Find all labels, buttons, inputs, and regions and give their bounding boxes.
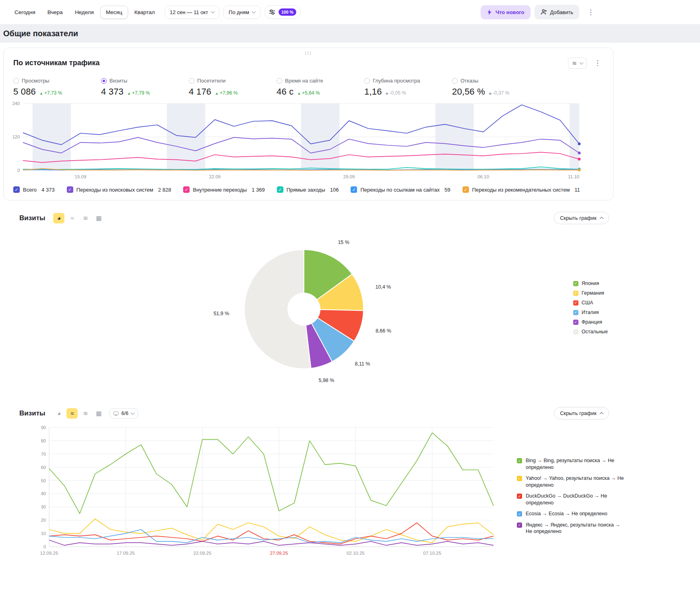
chart-type-pie-button[interactable]: ◕ <box>53 408 64 419</box>
chart-type-columns-button[interactable]: ▦ <box>93 408 104 419</box>
toolbar-menu-button[interactable]: ⋮ <box>583 6 598 19</box>
drag-handle-icon[interactable] <box>304 51 312 55</box>
chart-type-stacked-button[interactable]: ≋ <box>80 213 91 223</box>
metric-views[interactable]: Просмотры 5 086 ▲+7,73 % <box>13 78 101 97</box>
hide-chart-button[interactable]: Скрыть график <box>554 212 609 224</box>
series-legend-item-ecosia[interactable]: ✓ Ecosia → Ecosia → Не определено <box>517 510 634 517</box>
checkbox-icon: ✓ <box>183 186 190 193</box>
page-title: Общие показатели <box>3 29 78 38</box>
metric-delta: +5,64 % <box>302 90 320 96</box>
svg-text:06.10: 06.10 <box>477 174 489 179</box>
checkbox-icon: ✓ <box>463 186 469 193</box>
legend-value: 2 828 <box>158 187 171 193</box>
metric-value: 1,16 <box>364 87 382 97</box>
radio-icon <box>364 78 370 84</box>
svg-text:30: 30 <box>41 504 46 509</box>
legend-label: США <box>582 300 593 306</box>
svg-text:50: 50 <box>41 478 46 483</box>
traffic-sources-chart[interactable]: 012024015.0922.0929.0906.1011.10 <box>7 100 610 181</box>
legend-label: Yahoo! → Yahoo, результаты поиска → Не о… <box>526 475 627 488</box>
legend-item-direct[interactable]: ✓ Прямые заходы 106 <box>277 186 339 193</box>
legend-label: Франция <box>582 319 602 325</box>
legend-label: Прямые заходы <box>287 187 325 193</box>
metric-delta: -0,05 % <box>390 90 406 96</box>
chevron-down-icon <box>211 10 215 14</box>
svg-text:10: 10 <box>41 531 46 536</box>
chart-type-line-button[interactable]: ≈ <box>66 213 78 223</box>
granularity-value: По дням <box>229 9 249 15</box>
metric-time-on-site[interactable]: Время на сайте 46 с ▲+5,64 % <box>277 78 364 97</box>
whats-new-button[interactable]: Что нового <box>481 5 531 19</box>
svg-text:11.10: 11.10 <box>568 174 579 179</box>
pie-legend-item-germany[interactable]: ✓ Германия <box>573 290 608 296</box>
period-today-button[interactable]: Сегодня <box>9 6 41 19</box>
lightning-icon <box>487 9 492 15</box>
metric-depth[interactable]: Глубина просмотра 1,16 ◆-0,05 % <box>364 78 452 97</box>
period-yesterday-button[interactable]: Вчера <box>42 6 68 19</box>
chevron-down-icon <box>252 10 256 14</box>
pie-legend-item-others[interactable]: ✓ Остальные <box>573 329 608 335</box>
page-title-strip: Общие показатели <box>0 24 700 43</box>
visits-by-source-chart[interactable]: 010203040506070809012.09.2517.09.2522.09… <box>35 424 498 557</box>
legend-value: 1 369 <box>252 187 265 193</box>
chart-type-line-button[interactable]: ≈ <box>66 408 78 419</box>
checkbox-icon: ✓ <box>573 281 578 286</box>
metric-value: 4 373 <box>101 87 124 97</box>
hide-chart-button[interactable]: Скрыть график <box>554 407 609 419</box>
svg-text:90: 90 <box>41 425 46 430</box>
delta-icon: ◆ <box>386 91 388 95</box>
legend-item-site-links[interactable]: ✓ Переходы по ссылкам на сайтах 59 <box>351 186 450 193</box>
svg-text:240: 240 <box>12 101 20 106</box>
series-legend-item-yandex[interactable]: ✓ Яндекс → Яндекс, результаты поиска → Н… <box>517 522 634 535</box>
metric-visits[interactable]: Визиты 4 373 ▲+7,79 % <box>101 78 189 97</box>
pie-legend-item-france[interactable]: ✓ Франция <box>573 319 608 325</box>
series-legend-item-bing[interactable]: ✓ Bing → Bing, результаты поиска → Не оп… <box>517 457 634 471</box>
pie-legend-item-usa[interactable]: ✓ США <box>573 300 608 306</box>
series-legend-item-duckduckgo[interactable]: ✓ DuckDuckGo → DuckDuckGo → Не определен… <box>517 493 634 506</box>
pie-legend-item-italy[interactable]: ✓ Италия <box>573 310 608 315</box>
svg-text:29.09: 29.09 <box>343 174 355 179</box>
svg-text:20: 20 <box>41 518 46 523</box>
svg-text:70: 70 <box>41 452 46 456</box>
svg-text:22.09: 22.09 <box>209 174 221 179</box>
chart-type-pie-button[interactable]: ◕ <box>53 213 64 223</box>
granularity-select[interactable]: По дням <box>223 6 260 19</box>
svg-text:15.09: 15.09 <box>75 174 87 179</box>
card-actions: ≋ ⋮ <box>568 56 605 70</box>
legend-item-search-engines[interactable]: ✓ Переходы из поисковых систем 2 828 <box>67 186 171 193</box>
period-week-button[interactable]: Неделя <box>69 6 99 19</box>
metric-visitors[interactable]: Посетители 4 176 ▲+7,96 % <box>189 78 277 97</box>
radio-icon <box>189 78 194 84</box>
visits-donut-chart[interactable]: 15 %10,4 %8,66 %8,11 %5,98 %51,9 % <box>179 223 429 396</box>
add-button[interactable]: Добавить <box>535 5 579 19</box>
checkbox-icon: ✓ <box>517 511 522 516</box>
chevron-down-icon <box>580 60 584 64</box>
chevron-down-icon <box>130 411 134 415</box>
chart-type-stacked-button[interactable]: ≋ <box>80 408 91 419</box>
svg-text:80: 80 <box>41 438 46 443</box>
legend-label: Внутренние переходы <box>193 187 247 193</box>
legend-label: Германия <box>582 290 604 296</box>
chart-settings-button[interactable]: ≋ <box>568 58 587 69</box>
svg-text:27.09.25: 27.09.25 <box>270 551 288 556</box>
chart-type-columns-button[interactable]: ▦ <box>93 213 104 223</box>
period-month-button[interactable]: Месяц <box>100 6 128 19</box>
metric-bounce[interactable]: Отказы 20,56 % ◆-0,37 % <box>452 78 540 97</box>
comments-filter-button[interactable]: 6/6 <box>109 408 138 419</box>
legend-item-total[interactable]: ✓ Всего 4 373 <box>13 186 55 193</box>
svg-text:12.09.25: 12.09.25 <box>40 551 58 556</box>
date-range-picker[interactable]: 12 сен — 11 окт <box>165 6 219 19</box>
legend-item-internal[interactable]: ✓ Внутренние переходы 1 369 <box>183 186 264 193</box>
card-menu-button[interactable]: ⋮ <box>590 56 605 70</box>
period-quarter-button[interactable]: Квартал <box>129 6 161 19</box>
sampling-button[interactable]: 100 % <box>264 5 301 19</box>
legend-label: Переходы из поисковых систем <box>76 187 153 193</box>
pie-legend-item-japan[interactable]: ✓ Япония <box>573 281 608 286</box>
legend-label: Переходы по ссылкам на сайтах <box>360 187 440 193</box>
chevron-up-icon <box>600 412 604 416</box>
svg-text:120: 120 <box>12 134 20 139</box>
legend-item-recommendations[interactable]: ✓ Переходы из рекомендательных систем 11 <box>463 186 580 193</box>
checkbox-icon: ✓ <box>573 291 578 296</box>
series-legend-item-yahoo[interactable]: ✓ Yahoo! → Yahoo, результаты поиска → Не… <box>517 475 634 488</box>
legend-value: 11 <box>574 187 580 193</box>
